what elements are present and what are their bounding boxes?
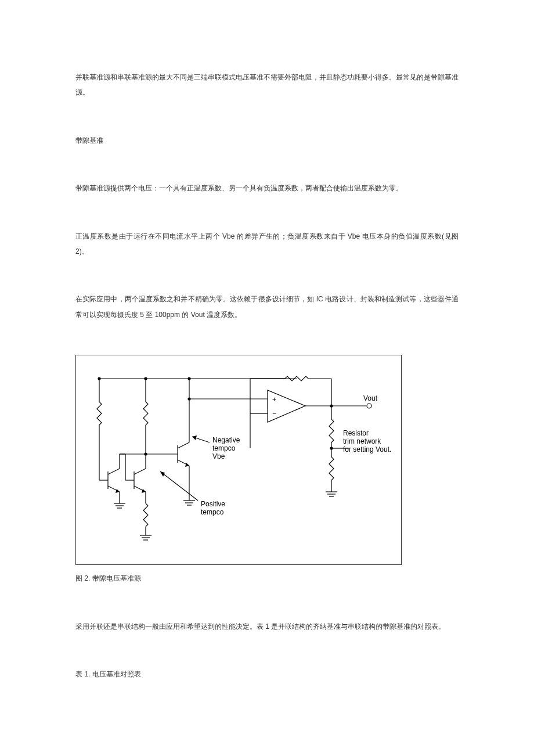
svg-text:−: − xyxy=(272,409,276,417)
svg-point-51 xyxy=(188,398,190,400)
svg-marker-27 xyxy=(142,489,146,493)
paragraph-5: 采用并联还是串联结构一般由应用和希望达到的性能决定。表 1 是并联结构的齐纳基准… xyxy=(75,619,459,634)
figure-2-schematic: + − xyxy=(75,355,402,565)
svg-line-11 xyxy=(108,469,120,474)
heading-bandgap: 带隙基准 xyxy=(75,133,459,148)
figure-2-caption: 图 2. 带隙电压基准源 xyxy=(75,571,459,586)
svg-line-24 xyxy=(134,469,146,474)
svg-line-77 xyxy=(250,431,331,448)
paragraph-2: 带隙基准源提供两个电压：一个具有正温度系数、另一个具有负温度系数，两者配合使输出… xyxy=(75,181,459,196)
svg-marker-40 xyxy=(185,463,189,467)
svg-point-65 xyxy=(367,404,371,408)
paragraph-4: 在实际应用中，两个温度系数之和并不精确为零。这依赖于很多设计细节，如 IC 电路… xyxy=(75,291,459,322)
svg-marker-47 xyxy=(192,435,197,440)
svg-point-6 xyxy=(145,377,147,380)
label-positive-tempco: Positive tempco xyxy=(201,500,227,516)
svg-point-9 xyxy=(188,377,190,380)
svg-marker-14 xyxy=(116,489,120,493)
svg-marker-49 xyxy=(160,471,165,477)
label-negative-tempco: Negative tempco Vbe xyxy=(212,436,242,460)
svg-text:+: + xyxy=(272,395,276,404)
svg-line-37 xyxy=(178,442,189,448)
label-vout: Vout xyxy=(363,394,378,402)
label-resistor-trim: Resistor trim network for setting Vout. xyxy=(343,429,391,453)
paragraph-3: 正温度系数是由于运行在不同电流水平上两个 Vbe 的差异产生的；负温度系数来自于… xyxy=(75,229,459,260)
svg-line-48 xyxy=(160,471,198,501)
svg-point-3 xyxy=(98,377,100,380)
circuit-diagram: + − xyxy=(76,355,401,564)
table-1-title: 表 1. 电压基准对照表 xyxy=(75,667,459,682)
paragraph-intro: 并联基准源和串联基准源的最大不同是三端串联模式电压基准不需要外部电阻，并且静态功… xyxy=(75,70,459,100)
document-page: 并联基准源和串联基准源的最大不同是三端串联模式电压基准不需要外部电阻，并且静态功… xyxy=(0,0,534,756)
